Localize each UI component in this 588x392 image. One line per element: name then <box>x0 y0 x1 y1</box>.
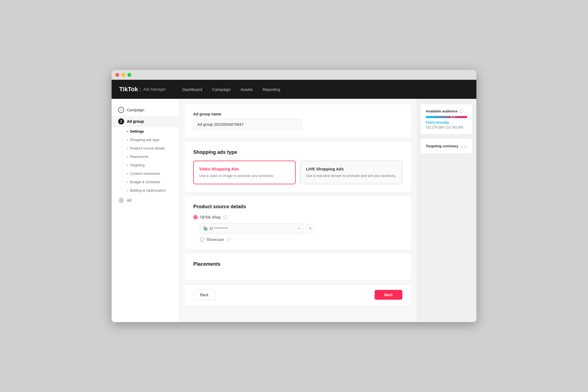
sidebar-sub-targeting[interactable]: Targeting <box>112 161 179 169</box>
tiktok-shop-label: TikTok Shop <box>200 215 221 219</box>
adgroup-name-label: Ad group name <box>193 112 402 116</box>
step3-number: 3 <box>118 197 124 203</box>
tiktok-shop-radio[interactable] <box>193 215 198 219</box>
close-button[interactable] <box>115 73 119 77</box>
bottom-bar: Back Next <box>185 284 411 305</box>
product-source-card: Product source details TikTok Shop i 🏪 I… <box>185 196 411 249</box>
navbar: TikTok: Ads Manager Dashboard Campaign A… <box>112 80 476 99</box>
audience-range: 101,276,000-123,783,000 <box>426 125 467 129</box>
minimize-button[interactable] <box>121 73 125 77</box>
sidebar-item-adgroup[interactable]: 2 Ad group <box>112 116 179 127</box>
logo-tiktok-text: TikTok <box>119 86 138 93</box>
sidebar-sub-placements[interactable]: Placements <box>112 152 179 161</box>
shopping-ads-type-title: Shopping ads type <box>193 149 402 155</box>
live-shopping-ads-title: LIVE Shopping Ads <box>306 167 396 171</box>
shopping-ads-type-card: Shopping ads type Video Shopping Ads Use… <box>185 142 411 192</box>
audience-label: Fairly broadly <box>426 120 467 124</box>
video-shopping-ads-desc: Use a video or image to promote your pro… <box>199 173 290 178</box>
expand-icon: ⌄⌄ <box>460 143 467 149</box>
tiktok-shop-info-icon: i <box>223 215 227 219</box>
ads-type-row: Video Shopping Ads Use a video or image … <box>193 161 402 184</box>
sidebar-sub-content-exclusions[interactable]: Content exclusions <box>112 169 179 178</box>
nav-reporting[interactable]: Reporting <box>262 87 280 92</box>
titlebar <box>112 70 476 80</box>
logo: TikTok: Ads Manager <box>119 86 166 93</box>
product-source-title: Product source details <box>193 204 402 210</box>
sidebar-item-ad[interactable]: 3 Ad <box>112 195 179 206</box>
placements-title: Placements <box>193 261 402 267</box>
nav-campaign[interactable]: Campaign <box>212 87 231 92</box>
adgroup-name-card: Ad group name <box>185 104 411 137</box>
tiktok-shop-radio-row: TikTok Shop i <box>193 215 402 219</box>
shop-id-text: ID ********** <box>210 226 298 231</box>
sidebar-sub-bidding-optimization[interactable]: Bidding & Optimization <box>112 186 179 195</box>
targeting-summary-title: Targeting summary <box>426 144 458 148</box>
sidebar-adgroup-label: Ad group <box>127 119 144 124</box>
showcase-info-icon: i <box>227 238 231 241</box>
sidebar-campaign-label: Campaign <box>127 108 144 112</box>
live-shopping-ads-card[interactable]: LIVE Shopping Ads Use a real-time stream… <box>300 161 402 184</box>
main-content: Ad group name Shopping ads type Video Sh… <box>179 99 416 322</box>
step2-number: 2 <box>118 118 124 124</box>
chevron-down-icon: ▾ <box>298 227 300 230</box>
showcase-label: Showcase <box>206 237 224 242</box>
shop-icon: 🏪 <box>203 226 208 231</box>
right-panel: Available audience i Fairly broadly 101,… <box>416 99 476 322</box>
nav-assets[interactable]: Assets <box>240 87 253 92</box>
sidebar-item-campaign[interactable]: ✓ Campaign <box>112 104 179 116</box>
nav-links: Dashboard Campaign Assets Reporting <box>182 87 280 92</box>
adgroup-name-input[interactable] <box>193 119 302 130</box>
targeting-summary-card[interactable]: Targeting summary ⌄⌄ <box>421 139 472 154</box>
maximize-button[interactable] <box>127 73 131 77</box>
showcase-radio[interactable] <box>200 237 204 242</box>
next-button[interactable]: Next <box>375 290 402 300</box>
video-shopping-ads-card[interactable]: Video Shopping Ads Use a video or image … <box>193 161 296 184</box>
back-button[interactable]: Back <box>193 290 215 300</box>
audience-bar <box>426 116 467 118</box>
audience-card: Available audience i Fairly broadly 101,… <box>421 104 472 134</box>
shop-id-dropdown-row: 🏪 ID ********** ▾ ↻ <box>200 223 402 234</box>
audience-title: Available audience i <box>426 109 467 113</box>
logo-ads-manager: Ads Manager <box>143 87 166 91</box>
sidebar-sub-settings[interactable]: Settings <box>112 127 179 136</box>
sidebar: ✓ Campaign 2 Ad group Settings Shopping … <box>112 99 179 322</box>
sidebar-sub-budget-schedule[interactable]: Budget & Schedule <box>112 178 179 186</box>
app-body: ✓ Campaign 2 Ad group Settings Shopping … <box>112 99 476 322</box>
sidebar-sub-product-source[interactable]: Product source details <box>112 144 179 152</box>
refresh-button[interactable]: ↻ <box>306 224 315 233</box>
app-window: TikTok: Ads Manager Dashboard Campaign A… <box>112 70 476 322</box>
nav-dashboard[interactable]: Dashboard <box>182 87 202 92</box>
video-shopping-ads-title: Video Shopping Ads <box>199 167 290 171</box>
logo-dot: : <box>139 86 141 93</box>
audience-info-icon: i <box>459 109 463 113</box>
sidebar-sub-shopping-ads-type[interactable]: Shopping ads type <box>112 136 179 144</box>
placements-card: Placements <box>185 254 411 280</box>
showcase-radio-row: Showcase i <box>200 237 402 242</box>
audience-bar-marker <box>451 115 455 119</box>
live-shopping-ads-desc: Use a real-time stream to promote and se… <box>306 173 396 178</box>
shop-id-dropdown[interactable]: 🏪 ID ********** ▾ <box>200 223 303 234</box>
checkmark-icon: ✓ <box>118 107 124 113</box>
sidebar-ad-label: Ad <box>127 198 131 203</box>
